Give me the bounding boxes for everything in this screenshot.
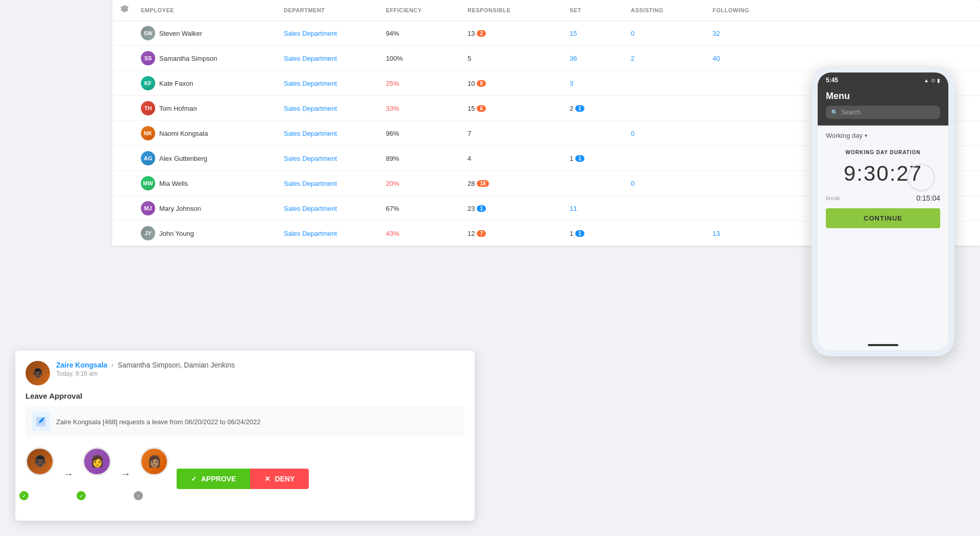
following-cell: 32 xyxy=(713,30,804,37)
battery-icon: ▮ xyxy=(937,78,940,83)
set-cell: 11 xyxy=(570,205,631,212)
responsible-cell: 5 xyxy=(468,55,570,62)
efficiency-value: 20% xyxy=(386,180,468,187)
continue-button[interactable]: CONTINUE xyxy=(826,208,940,228)
notification-time: Today, 9:16 am xyxy=(56,370,464,377)
employee-name: Kate Faxon xyxy=(159,80,193,87)
gear-icon[interactable] xyxy=(120,5,141,15)
avatar: KF xyxy=(141,76,155,90)
efficiency-value: 94% xyxy=(386,30,468,37)
dept-link[interactable]: Sales Department xyxy=(284,180,386,187)
employee-name: Mia Wells xyxy=(159,180,188,187)
flow-arrow-icon-2: → xyxy=(120,468,131,480)
following-cell: 40 xyxy=(713,55,804,62)
dept-link[interactable]: Sales Department xyxy=(284,230,386,237)
responsible-cell: 15 6 xyxy=(468,105,570,112)
deny-button[interactable]: ✕ DENY xyxy=(250,469,309,489)
phone-screen: 5:45 ▲ ⊙ ▮ Menu 🔍 Search Working day ▾ xyxy=(818,72,948,350)
search-placeholder: Search xyxy=(841,109,861,116)
set-cell: 15 xyxy=(570,30,631,37)
notification-title: Leave Approval xyxy=(26,392,464,400)
phone-search-bar[interactable]: 🔍 Search xyxy=(826,106,940,119)
break-row: break 0:15:04 xyxy=(826,194,940,202)
col-employee: EMPLOYEE xyxy=(141,7,284,13)
efficiency-value: 89% xyxy=(386,155,468,162)
avatar: SW xyxy=(141,26,155,40)
checkmark-icon: ✓ xyxy=(191,475,197,483)
sender-name[interactable]: Zaire Kongsala xyxy=(56,361,107,369)
assisting-cell: 2 xyxy=(631,55,713,62)
set-cell: 36 xyxy=(570,55,631,62)
phone-home-bar xyxy=(818,340,948,350)
dept-link[interactable]: Sales Department xyxy=(284,155,386,162)
phone-body: Working day ▾ WORKING DAY DURATION 9:30:… xyxy=(818,126,948,340)
responsible-cell: 28 18 xyxy=(468,180,570,187)
avatar: MW xyxy=(141,176,155,190)
duration-label: WORKING DAY DURATION xyxy=(826,150,940,155)
phone-status-bar: 5:45 ▲ ⊙ ▮ xyxy=(818,72,948,87)
avatar: NK xyxy=(141,126,155,140)
phone-mockup: 5:45 ▲ ⊙ ▮ Menu 🔍 Search Working day ▾ xyxy=(812,66,954,356)
col-department: DEPARTMENT xyxy=(284,7,386,13)
employee-name: John Young xyxy=(159,230,194,237)
dept-link[interactable]: Sales Department xyxy=(284,130,386,137)
forward-arrow-icon: › xyxy=(111,361,113,369)
employee-name: Alex Guttenberg xyxy=(159,155,207,162)
col-efficiency: EFFICIENCY xyxy=(386,7,468,13)
efficiency-value: 33% xyxy=(386,105,468,112)
set-cell: 1 1 xyxy=(570,155,631,162)
col-following: FOLLOWING xyxy=(713,7,804,13)
wifi-icon: ⊙ xyxy=(931,78,935,83)
avatar: SS xyxy=(141,51,155,65)
approve-button[interactable]: ✓ APPROVE xyxy=(177,469,250,489)
set-cell: 1 1 xyxy=(570,230,631,237)
avatar: MJ xyxy=(141,201,155,215)
col-assisting: ASSISTING xyxy=(631,7,713,13)
employee-name: Mary Johnson xyxy=(159,205,201,212)
approval-flow: 👨🏿 ✓ → 👩 ✓ → 👩🏽 ○ xyxy=(26,447,168,500)
dept-link[interactable]: Sales Department xyxy=(284,80,386,87)
break-label: break xyxy=(826,195,840,201)
sender-avatar: 👨🏿 xyxy=(26,361,50,385)
avatar: TH xyxy=(141,101,155,115)
responsible-cell: 12 7 xyxy=(468,230,570,237)
efficiency-value: 43% xyxy=(386,230,468,237)
efficiency-value: 100% xyxy=(386,55,468,62)
duration-section: WORKING DAY DURATION 9:30:27 break 0:15:… xyxy=(826,150,940,228)
assisting-cell: 0 xyxy=(631,130,713,137)
break-time: 0:15:04 xyxy=(916,194,940,202)
recipient-names: Samantha Simpson, Damian Jenkins xyxy=(117,361,235,369)
responsible-cell: 10 8 xyxy=(468,80,570,87)
notification-message: Zaire Kongsala [468] requests a leave fr… xyxy=(56,418,260,426)
phone-time: 5:45 xyxy=(826,77,838,84)
search-icon: 🔍 xyxy=(831,109,838,116)
table-row: SW Steven Walker Sales Department 94% 13… xyxy=(112,21,980,46)
x-icon: ✕ xyxy=(264,475,271,483)
employee-name: Naomi Kongsala xyxy=(159,130,208,137)
assisting-cell: 0 xyxy=(631,30,713,37)
dept-link[interactable]: Sales Department xyxy=(284,55,386,62)
dept-link[interactable]: Sales Department xyxy=(284,30,386,37)
employee-name: Steven Walker xyxy=(159,30,202,37)
action-buttons: ✓ APPROVE ✕ DENY xyxy=(177,469,309,489)
efficiency-value: 25% xyxy=(386,80,468,87)
responsible-cell: 23 1 xyxy=(468,205,570,212)
working-day-selector[interactable]: Working day ▾ xyxy=(826,132,940,139)
working-day-label: Working day xyxy=(826,132,863,139)
dept-link[interactable]: Sales Department xyxy=(284,105,386,112)
phone-menu-header: Menu 🔍 Search xyxy=(818,87,948,126)
efficiency-value: 96% xyxy=(386,130,468,137)
pending-icon: ○ xyxy=(134,491,143,500)
col-set: SET xyxy=(570,7,631,13)
table-header: EMPLOYEE DEPARTMENT EFFICIENCY RESPONSIB… xyxy=(112,0,980,21)
flow-arrow-icon: → xyxy=(63,468,74,480)
checkmark-icon: ✓ xyxy=(19,491,29,500)
dept-link[interactable]: Sales Department xyxy=(284,205,386,212)
employee-name: Samantha Simpson xyxy=(159,55,217,62)
set-cell: 2 1 xyxy=(570,105,631,112)
chevron-down-icon: ▾ xyxy=(865,133,867,138)
col-responsible: RESPONSIBLE xyxy=(468,7,570,13)
following-cell: 13 xyxy=(713,230,804,237)
notification-popup: 👨🏿 Zaire Kongsala › Samantha Simpson, Da… xyxy=(15,351,475,521)
phone-menu-title: Menu xyxy=(826,91,940,102)
